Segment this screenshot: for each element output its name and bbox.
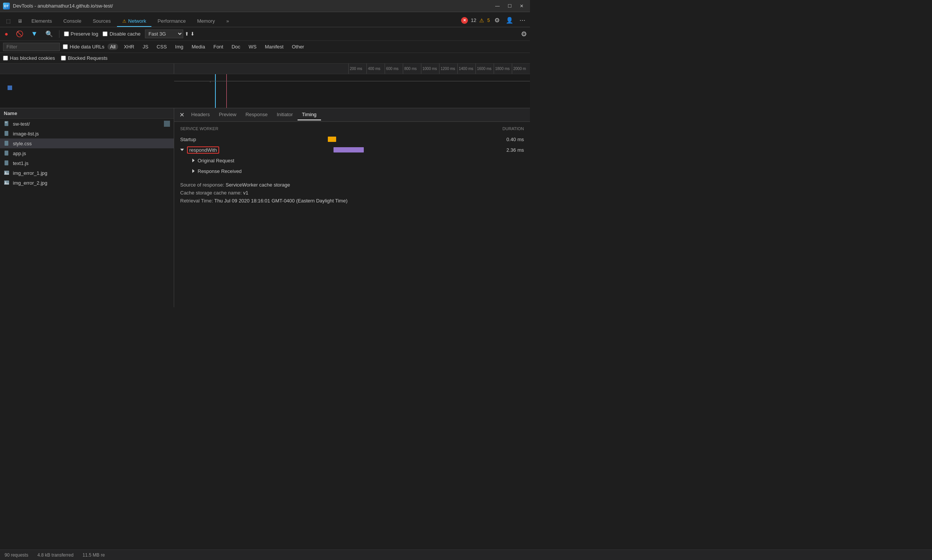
blocked-requests-label[interactable]: Blocked Requests: [61, 55, 108, 61]
settings-button[interactable]: ⚙: [493, 16, 501, 25]
respondwith-text: respondWith: [187, 146, 219, 154]
file-name-app-js: app.js: [13, 151, 26, 156]
blocked-bar: Has blocked cookies Blocked Requests: [0, 53, 530, 64]
file-name-sw-test: sw-test/: [13, 121, 30, 127]
tab-sources[interactable]: Sources: [87, 16, 116, 27]
file-icon-js1: [4, 131, 10, 137]
filter-type-font[interactable]: Font: [211, 44, 226, 50]
timing-info-section: Source of response: ServiceWorker cache …: [180, 181, 524, 205]
tab-memory-label: Memory: [197, 18, 215, 24]
timing-section-title: Service Worker DURATION: [180, 126, 524, 131]
svg-rect-1: [5, 122, 7, 122]
warn-icon: ⚠: [479, 17, 484, 23]
error-badge: ✕: [461, 17, 468, 24]
respondwith-bar: [334, 147, 364, 152]
hide-data-urls-text: Hide data URLs: [70, 44, 104, 50]
toolbar: ● 🚫 ▼ 🔍 Preserve log Disable cache Fast …: [0, 27, 530, 41]
file-name-img-error-2: img_error_2.jpg: [13, 180, 47, 186]
network-settings-button[interactable]: ⚙: [521, 30, 527, 38]
minimize-button[interactable]: —: [492, 2, 503, 10]
tab-elements-label: Elements: [31, 18, 52, 24]
tick-2000: 2000 m: [512, 64, 530, 74]
file-item-img-error-1[interactable]: img_error_1.jpg: [0, 168, 174, 178]
warn-count: 5: [487, 18, 490, 23]
close-button[interactable]: ✕: [516, 2, 527, 10]
filter-button[interactable]: ▼: [30, 29, 39, 39]
separator-1: [59, 30, 59, 38]
detail-tab-timing[interactable]: Timing: [298, 109, 321, 120]
filter-type-css[interactable]: CSS: [154, 44, 170, 50]
filter-type-other[interactable]: Other: [289, 44, 307, 50]
disable-cache-label[interactable]: Disable cache: [103, 31, 140, 37]
filter-type-doc[interactable]: Doc: [229, 44, 243, 50]
throttle-selector[interactable]: Fast 3G Slow 3G No throttling Offline ⬆ …: [145, 30, 195, 38]
tick-200: 200 ms: [348, 64, 366, 74]
disable-cache-checkbox[interactable]: [103, 31, 108, 36]
tick-1800: 1800 ms: [494, 64, 512, 74]
hide-data-urls-checkbox[interactable]: [63, 44, 68, 49]
filter-type-all[interactable]: All: [108, 44, 118, 50]
tab-bar: ⬚ 🖥 Elements Console Sources ⚠ Network P…: [0, 12, 530, 27]
filter-input[interactable]: [3, 43, 60, 51]
tab-more[interactable]: »: [221, 16, 234, 27]
expand-right-icon-1: [192, 159, 195, 162]
filter-bar: Hide data URLs All XHR JS CSS Img Media …: [0, 41, 530, 53]
detail-tab-initiator[interactable]: Initiator: [272, 109, 298, 120]
tab-elements[interactable]: Elements: [26, 16, 57, 27]
response-received-label: Response Received: [192, 168, 268, 174]
filter-type-ws[interactable]: WS: [246, 44, 259, 50]
preserve-log-label[interactable]: Preserve log: [64, 31, 98, 37]
search-button[interactable]: 🔍: [44, 30, 55, 38]
filter-type-img[interactable]: Img: [173, 44, 186, 50]
file-item-app-js[interactable]: app.js: [0, 148, 174, 158]
filter-type-manifest[interactable]: Manifest: [262, 44, 286, 50]
no-entry-button[interactable]: 🚫: [14, 30, 25, 38]
user-icon-button[interactable]: 👤: [504, 16, 515, 25]
maximize-button[interactable]: ☐: [504, 2, 515, 10]
tab-performance-label: Performance: [157, 18, 185, 24]
tab-performance[interactable]: Performance: [152, 16, 191, 27]
detail-tab-preview[interactable]: Preview: [214, 109, 241, 120]
filter-type-js[interactable]: JS: [140, 44, 151, 50]
file-icon-img1: [4, 170, 10, 176]
tab-network-label: Network: [128, 18, 147, 24]
has-blocked-cookies-text: Has blocked cookies: [10, 55, 55, 61]
preserve-log-checkbox[interactable]: [64, 31, 69, 36]
record-button[interactable]: ●: [3, 30, 10, 38]
file-item-image-list[interactable]: image-list.js: [0, 129, 174, 138]
timing-row-original-request: Original Request: [180, 155, 524, 166]
detail-tab-response[interactable]: Response: [241, 109, 272, 120]
timeline-ruler: 200 ms 400 ms 600 ms 800 ms 1000 ms 1200…: [348, 64, 530, 74]
tab-cursor[interactable]: ⬚: [3, 16, 14, 27]
tab-network[interactable]: ⚠ Network: [117, 16, 152, 27]
main-content: Name sw-test/ image-list.js style.css: [0, 108, 530, 307]
filter-type-media[interactable]: Media: [189, 44, 207, 50]
file-item-sw-test[interactable]: sw-test/: [0, 119, 174, 129]
tab-monitor[interactable]: 🖥: [14, 16, 25, 27]
file-item-style-css[interactable]: style.css: [0, 138, 174, 148]
source-label: Source of response:: [180, 182, 226, 188]
source-of-response-row: Source of response: ServiceWorker cache …: [180, 181, 524, 189]
blocked-requests-checkbox[interactable]: [61, 56, 66, 61]
timeline-pink-marker: [226, 74, 227, 108]
detail-close-button[interactable]: ✕: [177, 110, 187, 120]
detail-tab-headers[interactable]: Headers: [187, 109, 214, 120]
svg-rect-2: [5, 123, 7, 123]
file-item-img-error-2[interactable]: img_error_2.jpg: [0, 178, 174, 188]
tab-bar-right: ✕ 12 ⚠ 5 ⚙ 👤 ⋯: [461, 16, 527, 27]
tab-sources-label: Sources: [93, 18, 111, 24]
hide-data-urls-label[interactable]: Hide data URLs: [63, 44, 104, 50]
timeline-content: -: [0, 74, 530, 108]
kebab-menu-button[interactable]: ⋯: [518, 16, 527, 25]
expand-icon: [180, 149, 184, 151]
tab-memory[interactable]: Memory: [192, 16, 220, 27]
has-blocked-cookies-checkbox[interactable]: [3, 56, 8, 61]
svg-rect-4: [5, 141, 8, 146]
throttle-select[interactable]: Fast 3G Slow 3G No throttling Offline: [145, 30, 183, 38]
has-blocked-cookies-label[interactable]: Has blocked cookies: [3, 55, 55, 61]
svg-rect-3: [5, 131, 8, 136]
respondwith-label: respondWith: [180, 146, 256, 154]
tab-console[interactable]: Console: [58, 16, 87, 27]
file-item-text1-js[interactable]: text1.js: [0, 158, 174, 168]
filter-type-xhr[interactable]: XHR: [121, 44, 137, 50]
